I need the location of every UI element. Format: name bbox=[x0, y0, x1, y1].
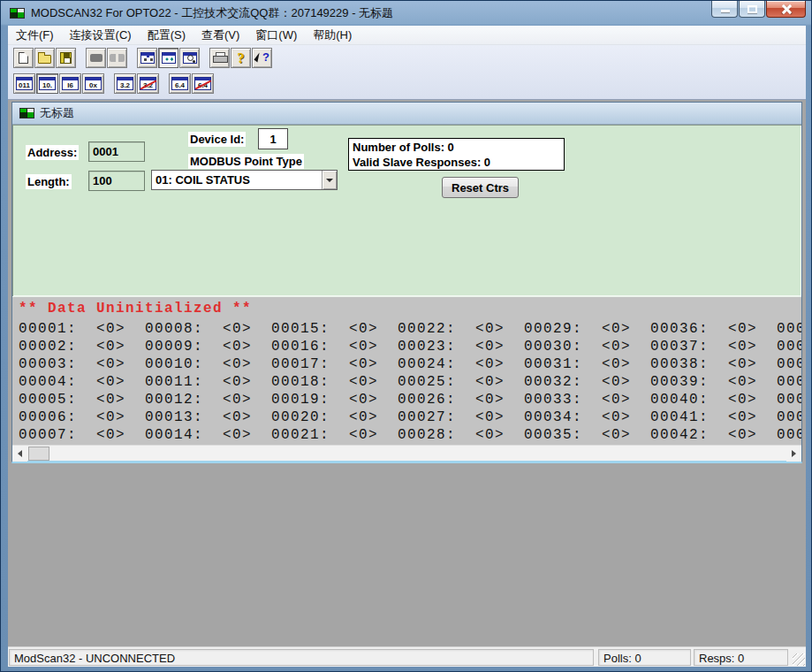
register-cell: 00014: <0> bbox=[145, 426, 271, 444]
horizontal-scrollbar[interactable] bbox=[12, 445, 801, 461]
printer-icon bbox=[213, 52, 226, 64]
minimize-icon bbox=[721, 10, 730, 12]
status-bar: ModScan32 - UNCONNECTED Polls: 0 Resps: … bbox=[8, 646, 806, 667]
display-message-window-icon bbox=[183, 52, 197, 64]
save-floppy-icon bbox=[60, 52, 72, 64]
open-folder-icon bbox=[38, 55, 51, 64]
context-help-button[interactable] bbox=[252, 48, 272, 68]
register-cell: 00033: <0> bbox=[524, 391, 650, 409]
address-input[interactable]: 0001 bbox=[88, 141, 145, 162]
scrollbar-thumb[interactable] bbox=[28, 447, 49, 461]
menu-item-window[interactable]: 窗口(W) bbox=[247, 25, 305, 46]
toolbar-band: 01110.I60x3.23.26.46.4 bbox=[8, 45, 806, 100]
point-type-value: 01: COIL STATUS bbox=[152, 173, 322, 187]
help-question-icon bbox=[238, 50, 245, 66]
register-cell: 00007: <0> bbox=[19, 426, 145, 444]
format-binary-button[interactable]: 011 bbox=[13, 73, 35, 94]
maximize-button[interactable] bbox=[739, 1, 765, 18]
format-label: 6.4 bbox=[172, 81, 187, 89]
register-cell: 00018: <0> bbox=[271, 373, 398, 391]
register-cell: 00001: <0> bbox=[19, 320, 145, 338]
print-button[interactable] bbox=[209, 48, 230, 68]
display-data-button[interactable] bbox=[158, 48, 178, 68]
format-swapped-float-icon: 3.2 bbox=[140, 77, 156, 90]
document-window: 无标题 Address: 0001 Length: 100 Device Id:… bbox=[11, 102, 802, 463]
document-icon bbox=[19, 108, 34, 118]
scroll-left-icon bbox=[18, 450, 22, 457]
register-grid: 00001: <0>00002: <0>00003: <0>00004: <0>… bbox=[19, 320, 801, 444]
register-cell: 00029: <0> bbox=[524, 320, 650, 338]
poll-definition-panel: Address: 0001 Length: 100 Device Id: 1 M… bbox=[12, 125, 801, 296]
format-binary-icon: 011 bbox=[16, 77, 33, 90]
display-traffic-button[interactable] bbox=[179, 48, 200, 68]
format-integer-icon: I6 bbox=[62, 77, 79, 90]
device-id-input[interactable]: 1 bbox=[258, 128, 288, 149]
register-cell: 00037: <0> bbox=[650, 338, 777, 355]
connect-button[interactable] bbox=[86, 48, 106, 68]
disconnect-icon bbox=[110, 53, 125, 63]
disconnect-button[interactable] bbox=[107, 48, 127, 68]
menu-item-view[interactable]: 查看(V) bbox=[194, 25, 247, 46]
format-float-button[interactable]: 3.2 bbox=[114, 73, 136, 94]
close-button[interactable] bbox=[766, 1, 806, 18]
open-file-button[interactable] bbox=[34, 48, 55, 68]
valid-slave-responses: Valid Slave Responses: 0 bbox=[353, 155, 560, 170]
register-cell: 00009: <0> bbox=[145, 338, 271, 355]
menu-item-help[interactable]: 帮助(H) bbox=[305, 25, 360, 46]
point-type-dropdown[interactable]: 01: COIL STATUS bbox=[151, 170, 338, 190]
display-setup-button[interactable] bbox=[137, 48, 157, 68]
format-decimal-button[interactable]: 10. bbox=[36, 73, 58, 94]
format-label: 011 bbox=[17, 81, 32, 89]
menu-bar: 文件(F)连接设置(C)配置(S)查看(V)窗口(W)帮助(H) bbox=[8, 26, 806, 45]
format-integer-button[interactable]: I6 bbox=[59, 73, 81, 94]
register-cell: 00016: <0> bbox=[271, 338, 398, 355]
close-icon bbox=[782, 4, 792, 14]
register-cell: 00030: <0> bbox=[524, 338, 650, 355]
register-cell: 00015: <0> bbox=[271, 320, 398, 338]
document-title: 无标题 bbox=[40, 105, 74, 121]
register-cell: 00011: <0> bbox=[145, 373, 271, 391]
format-swapped-double-button[interactable]: 6.4 bbox=[192, 73, 214, 94]
point-type-label: MODBUS Point Type bbox=[188, 154, 304, 169]
dropdown-button[interactable] bbox=[322, 171, 337, 189]
document-title-bar[interactable]: 无标题 bbox=[12, 103, 801, 125]
toolbar-format: 01110.I60x3.23.26.46.4 bbox=[8, 71, 806, 96]
window-controls bbox=[710, 1, 806, 18]
resize-grip-icon[interactable] bbox=[793, 653, 805, 666]
format-hex-button[interactable]: 0x bbox=[82, 73, 104, 94]
length-label: Length: bbox=[26, 174, 72, 189]
register-cell: 00024: <0> bbox=[398, 355, 524, 373]
format-label: 0x bbox=[86, 81, 101, 89]
register-cell: 00039: <0> bbox=[650, 373, 777, 391]
reset-ctrs-button[interactable]: Reset Ctrs bbox=[442, 177, 519, 198]
save-file-button[interactable] bbox=[56, 48, 76, 68]
register-cell: 00038: <0> bbox=[650, 355, 777, 373]
register-cell: 00010: <0> bbox=[145, 355, 271, 373]
device-id-label: Device Id: bbox=[188, 132, 246, 147]
scroll-right-button[interactable] bbox=[786, 446, 801, 462]
context-help-arrow-icon bbox=[254, 51, 269, 65]
connect-icon bbox=[90, 53, 102, 63]
title-bar[interactable]: MODSCAN32 For OPTO22 - 工控技术交流QQ群：2071492… bbox=[1, 1, 811, 26]
menu-item-file[interactable]: 文件(F) bbox=[8, 25, 62, 46]
menu-item-connection[interactable]: 连接设置(C) bbox=[62, 25, 140, 46]
maximize-icon bbox=[747, 5, 757, 13]
display-setup-window-icon bbox=[140, 52, 155, 64]
format-label: 10. bbox=[40, 81, 55, 89]
status-polls: Polls: 0 bbox=[598, 649, 691, 666]
scroll-left-button[interactable] bbox=[12, 446, 27, 462]
length-input[interactable]: 100 bbox=[88, 171, 145, 191]
register-cell: 00042: <0> bbox=[650, 426, 777, 444]
register-cell: 00008: <0> bbox=[145, 320, 271, 338]
format-double-button[interactable]: 6.4 bbox=[169, 73, 191, 94]
menu-item-setup[interactable]: 配置(S) bbox=[140, 25, 194, 46]
document-client: Address: 0001 Length: 100 Device Id: 1 M… bbox=[12, 125, 801, 461]
format-float-icon: 3.2 bbox=[117, 77, 133, 90]
about-help-button[interactable] bbox=[231, 48, 251, 68]
format-label: 3.2 bbox=[118, 81, 133, 89]
minimize-button[interactable] bbox=[711, 1, 738, 18]
app-window: MODSCAN32 For OPTO22 - 工控技术交流QQ群：2071492… bbox=[0, 0, 812, 672]
register-cell: 00005: <0> bbox=[19, 391, 145, 409]
format-swapped-float-button[interactable]: 3.2 bbox=[137, 73, 159, 94]
new-file-button[interactable] bbox=[13, 48, 34, 68]
